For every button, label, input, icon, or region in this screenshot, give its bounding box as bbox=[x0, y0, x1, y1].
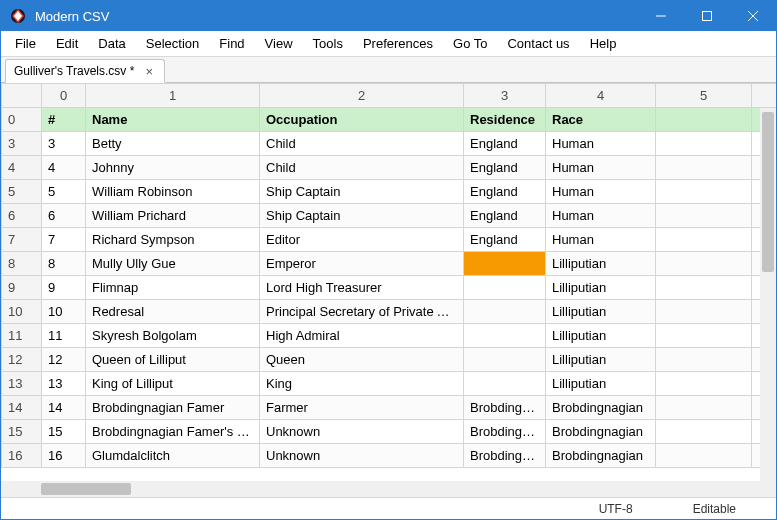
field-header-cell[interactable]: Residence bbox=[464, 108, 546, 132]
row-header[interactable]: 0 bbox=[2, 108, 42, 132]
menu-goto[interactable]: Go To bbox=[443, 31, 497, 56]
data-cell[interactable] bbox=[656, 132, 752, 156]
vertical-scrollbar[interactable] bbox=[760, 108, 776, 481]
data-cell[interactable]: England bbox=[464, 204, 546, 228]
horizontal-scrollbar[interactable] bbox=[1, 481, 760, 497]
data-cell[interactable] bbox=[464, 324, 546, 348]
data-cell[interactable]: Emperor bbox=[260, 252, 464, 276]
data-cell[interactable]: Glumdalclitch bbox=[86, 444, 260, 468]
data-cell[interactable]: Brobdingnagian Famer's Wife bbox=[86, 420, 260, 444]
data-cell[interactable]: Ship Captain bbox=[260, 204, 464, 228]
menu-help[interactable]: Help bbox=[580, 31, 627, 56]
data-cell[interactable]: King of Lilliput bbox=[86, 372, 260, 396]
menu-preferences[interactable]: Preferences bbox=[353, 31, 443, 56]
data-cell[interactable]: Queen of Lilliput bbox=[86, 348, 260, 372]
column-header[interactable]: 3 bbox=[464, 84, 546, 108]
menu-tools[interactable]: Tools bbox=[303, 31, 353, 56]
data-cell[interactable] bbox=[656, 372, 752, 396]
data-cell[interactable] bbox=[656, 228, 752, 252]
data-cell[interactable]: Mully Ully Gue bbox=[86, 252, 260, 276]
data-cell[interactable]: Brobdingnag bbox=[464, 396, 546, 420]
data-cell[interactable] bbox=[656, 156, 752, 180]
row-header[interactable]: 8 bbox=[2, 252, 42, 276]
column-header[interactable]: 1 bbox=[86, 84, 260, 108]
row-header[interactable]: 13 bbox=[2, 372, 42, 396]
data-cell[interactable]: Lilliputian bbox=[546, 348, 656, 372]
data-cell[interactable] bbox=[656, 180, 752, 204]
data-cell[interactable]: Brobdingnagian bbox=[546, 420, 656, 444]
data-cell[interactable] bbox=[656, 396, 752, 420]
data-cell[interactable] bbox=[656, 348, 752, 372]
row-header[interactable]: 9 bbox=[2, 276, 42, 300]
data-cell[interactable]: Human bbox=[546, 204, 656, 228]
data-cell[interactable]: Unknown bbox=[260, 420, 464, 444]
menu-selection[interactable]: Selection bbox=[136, 31, 209, 56]
data-cell[interactable]: Editor bbox=[260, 228, 464, 252]
data-cell[interactable]: Lilliputian bbox=[546, 252, 656, 276]
row-header[interactable]: 6 bbox=[2, 204, 42, 228]
data-cell[interactable]: 16 bbox=[42, 444, 86, 468]
data-cell[interactable]: Lilliputian bbox=[546, 276, 656, 300]
data-cell[interactable]: William Prichard bbox=[86, 204, 260, 228]
data-cell[interactable]: Brobdingnagian bbox=[546, 396, 656, 420]
data-cell[interactable]: Child bbox=[260, 132, 464, 156]
data-cell[interactable] bbox=[656, 252, 752, 276]
data-cell[interactable]: Principal Secretary of Private Affairs bbox=[260, 300, 464, 324]
row-header[interactable]: 3 bbox=[2, 132, 42, 156]
field-header-cell[interactable]: # bbox=[42, 108, 86, 132]
data-cell[interactable]: 4 bbox=[42, 156, 86, 180]
field-header-cell[interactable]: Name bbox=[86, 108, 260, 132]
data-grid[interactable]: 0123450#NameOccupationResidenceRace33Bet… bbox=[1, 83, 776, 468]
data-cell[interactable]: England bbox=[464, 132, 546, 156]
title-bar[interactable]: Modern CSV bbox=[1, 1, 776, 31]
data-cell[interactable]: Flimnap bbox=[86, 276, 260, 300]
data-cell[interactable] bbox=[464, 300, 546, 324]
data-cell[interactable]: Farmer bbox=[260, 396, 464, 420]
maximize-button[interactable] bbox=[684, 1, 730, 31]
data-cell[interactable]: Human bbox=[546, 180, 656, 204]
data-cell[interactable]: 7 bbox=[42, 228, 86, 252]
data-cell[interactable]: William Robinson bbox=[86, 180, 260, 204]
data-cell[interactable]: 5 bbox=[42, 180, 86, 204]
data-cell[interactable]: Richard Sympson bbox=[86, 228, 260, 252]
row-header[interactable]: 4 bbox=[2, 156, 42, 180]
data-cell[interactable]: 10 bbox=[42, 300, 86, 324]
row-header[interactable]: 7 bbox=[2, 228, 42, 252]
row-header[interactable]: 5 bbox=[2, 180, 42, 204]
data-cell[interactable] bbox=[656, 324, 752, 348]
minimize-button[interactable] bbox=[638, 1, 684, 31]
column-header[interactable] bbox=[752, 84, 777, 108]
column-header[interactable]: 2 bbox=[260, 84, 464, 108]
data-cell[interactable]: England bbox=[464, 228, 546, 252]
data-cell[interactable] bbox=[656, 276, 752, 300]
data-cell[interactable]: Lord High Treasurer bbox=[260, 276, 464, 300]
data-cell[interactable]: Human bbox=[546, 156, 656, 180]
data-cell[interactable]: Ship Captain bbox=[260, 180, 464, 204]
menu-find[interactable]: Find bbox=[209, 31, 254, 56]
data-cell[interactable] bbox=[464, 372, 546, 396]
data-cell[interactable]: Brobdingnagian bbox=[546, 444, 656, 468]
data-cell[interactable]: 9 bbox=[42, 276, 86, 300]
data-cell[interactable]: High Admiral bbox=[260, 324, 464, 348]
data-cell[interactable]: England bbox=[464, 156, 546, 180]
menu-data[interactable]: Data bbox=[88, 31, 135, 56]
field-header-cell[interactable] bbox=[656, 108, 752, 132]
grid-corner[interactable] bbox=[2, 84, 42, 108]
data-cell[interactable]: Human bbox=[546, 228, 656, 252]
data-cell[interactable]: Skyresh Bolgolam bbox=[86, 324, 260, 348]
data-cell[interactable]: England bbox=[464, 180, 546, 204]
column-header[interactable]: 5 bbox=[656, 84, 752, 108]
data-cell[interactable]: Lilliputian bbox=[546, 372, 656, 396]
menu-view[interactable]: View bbox=[255, 31, 303, 56]
row-header[interactable]: 10 bbox=[2, 300, 42, 324]
row-header[interactable]: 11 bbox=[2, 324, 42, 348]
data-cell[interactable] bbox=[464, 252, 546, 276]
data-cell[interactable]: Betty bbox=[86, 132, 260, 156]
tab-close-icon[interactable]: × bbox=[142, 64, 156, 78]
row-header[interactable]: 12 bbox=[2, 348, 42, 372]
close-button[interactable] bbox=[730, 1, 776, 31]
data-cell[interactable]: Queen bbox=[260, 348, 464, 372]
data-cell[interactable]: Brobdingnagian Famer bbox=[86, 396, 260, 420]
data-cell[interactable] bbox=[656, 204, 752, 228]
data-cell[interactable] bbox=[464, 276, 546, 300]
